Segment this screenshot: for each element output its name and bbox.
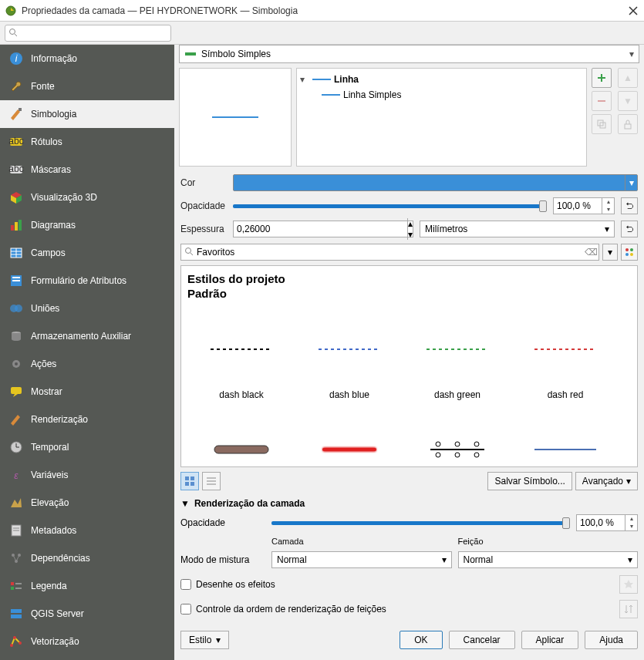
sidebar-item-label: Mostrar <box>31 386 62 397</box>
opacity-label: Opacidade <box>180 200 227 211</box>
sidebar-item-renderizacao[interactable]: Renderização <box>0 406 174 433</box>
close-button[interactable] <box>627 5 639 17</box>
lock-button[interactable] <box>618 114 638 134</box>
legend-icon <box>8 578 25 594</box>
draw-effects-checkbox[interactable] <box>180 579 191 590</box>
svg-rect-12 <box>19 220 22 231</box>
style-item[interactable]: dash black <box>187 309 295 409</box>
clear-search-button[interactable]: ⌫ <box>585 247 595 258</box>
width-unit-dropdown[interactable]: Milímetros ▾ <box>420 221 615 237</box>
apply-button[interactable]: Aplicar <box>521 631 579 649</box>
collapse-icon[interactable]: ▾ <box>300 74 309 85</box>
sidebar-item-dependencias[interactable]: Dependências <box>0 544 174 572</box>
sidebar-item-server[interactable]: QGIS Server <box>0 600 174 628</box>
sidebar-item-mascaras[interactable]: abc Máscaras <box>0 156 174 184</box>
feature-order-checkbox[interactable] <box>180 604 191 615</box>
sidebar-item-simbologia[interactable]: Simbologia <box>0 100 174 128</box>
sidebar-item-temporal[interactable]: Temporal <box>0 433 174 461</box>
slider-thumb[interactable] <box>562 517 570 529</box>
sidebar-item-armazenamento[interactable]: Armazenamento Auxiliar <box>0 322 174 350</box>
list-view-button[interactable] <box>202 472 221 490</box>
style-item[interactable] <box>403 409 511 467</box>
style-item[interactable] <box>511 409 619 467</box>
paint-icon <box>8 411 25 428</box>
style-search-input[interactable] <box>197 247 585 258</box>
spin-up[interactable]: ▴ <box>625 515 637 523</box>
opacity-data-defined-button[interactable]: ⮌ <box>621 197 638 214</box>
style-tag-dropdown[interactable]: ▾ <box>602 244 618 261</box>
sidebar-item-metadados[interactable]: Metadados <box>0 517 174 544</box>
opacity-value-input[interactable] <box>554 200 602 211</box>
style-menu-button[interactable]: Estilo ▾ <box>180 631 229 649</box>
blend-feature-dropdown[interactable]: Normal▾ <box>458 551 639 568</box>
sidebar-item-unioes[interactable]: Uniões <box>0 295 174 322</box>
color-button[interactable]: ▾ <box>233 174 638 191</box>
help-button[interactable]: Ajuda <box>585 631 638 649</box>
style-item[interactable]: dash green <box>403 309 511 409</box>
move-down-button[interactable]: ▼ <box>618 91 638 111</box>
sidebar-item-diagramas[interactable]: Diagramas <box>0 211 174 239</box>
style-item[interactable] <box>295 409 403 467</box>
blend-layer-dropdown[interactable]: Normal▾ <box>271 551 452 568</box>
save-symbol-button[interactable]: Salvar Símbolo... <box>487 472 572 490</box>
color-dropdown-arrow[interactable]: ▾ <box>625 175 637 190</box>
save-symbol-label: Salvar Símbolo... <box>494 476 565 487</box>
layer-rendering-header[interactable]: ▼ Renderização da camada <box>174 493 644 510</box>
sidebar-item-fonte[interactable]: Fonte <box>0 72 174 100</box>
sidebar-item-3d[interactable]: Visualização 3D <box>0 184 174 211</box>
icon-view-button[interactable] <box>180 472 199 490</box>
ok-button[interactable]: OK <box>400 631 442 649</box>
spin-down[interactable]: ▾ <box>602 206 614 214</box>
tree-row-linha[interactable]: ▾ Linha <box>300 72 583 87</box>
symbol-layer-tree[interactable]: ▾ Linha Linha Simples <box>296 68 587 167</box>
advanced-button[interactable]: Avançado▾ <box>575 472 638 490</box>
width-data-defined-button[interactable]: ⮌ <box>621 221 638 237</box>
svg-point-69 <box>455 453 460 457</box>
elevation-icon <box>8 494 25 511</box>
sidebar-item-informacao[interactable]: i Informação <box>0 45 174 72</box>
spin-up[interactable]: ▴ <box>408 218 413 229</box>
sidebar-item-acoes[interactable]: Ações <box>0 350 174 378</box>
collapse-icon: ▼ <box>180 498 190 509</box>
sidebar-item-rotulos[interactable]: abc Rótulos <box>0 128 174 156</box>
slider-thumb[interactable] <box>539 200 547 212</box>
style-manager-button[interactable] <box>621 244 638 261</box>
move-up-button[interactable]: ▲ <box>618 68 638 88</box>
style-item[interactable]: dash red <box>511 309 619 409</box>
feature-order-settings-button[interactable] <box>619 600 638 618</box>
spin-up[interactable]: ▴ <box>602 198 614 206</box>
sidebar-item-formulario[interactable]: Formulário de Atributos <box>0 267 174 295</box>
tree-row-linha-simples[interactable]: Linha Simples <box>300 87 583 103</box>
digitize-icon <box>8 633 25 650</box>
style-search-box[interactable]: ⌫ <box>180 244 599 261</box>
sidebar-item-campos[interactable]: Campos <box>0 239 174 267</box>
sidebar-item-variaveis[interactable]: ε Variáveis <box>0 461 174 489</box>
svg-rect-25 <box>11 387 22 394</box>
duplicate-symbol-layer-button[interactable] <box>592 114 612 134</box>
width-spinbox[interactable]: ▴▾ <box>233 221 413 237</box>
sidebar-item-mostrar[interactable]: Mostrar <box>0 378 174 406</box>
add-symbol-layer-button[interactable] <box>592 68 612 88</box>
width-value-input[interactable] <box>234 224 407 234</box>
svg-text:i: i <box>15 53 18 64</box>
renderer-dropdown[interactable]: Símbolo Simples ▾ <box>179 45 639 63</box>
layer-opacity-slider[interactable] <box>271 521 570 525</box>
spin-down[interactable]: ▾ <box>408 229 413 240</box>
sidebar-search-input[interactable] <box>5 25 171 42</box>
sidebar-item-vetorizacao[interactable]: Vetorização <box>0 628 174 655</box>
layer-opacity-spinbox[interactable]: ▴▾ <box>576 514 638 531</box>
layer-opacity-value-input[interactable] <box>577 517 625 528</box>
sidebar-item-elevacao[interactable]: Elevação <box>0 489 174 517</box>
spin-down[interactable]: ▾ <box>625 523 637 530</box>
svg-rect-39 <box>11 587 14 590</box>
blend-layer-value: Normal <box>277 554 307 565</box>
style-item[interactable] <box>187 409 295 467</box>
opacity-spinbox[interactable]: ▴▾ <box>553 197 615 214</box>
effects-settings-button[interactable] <box>619 575 638 594</box>
sidebar-item-legenda[interactable]: Legenda <box>0 572 174 600</box>
style-item[interactable]: dash blue <box>295 309 403 409</box>
style-preview <box>403 309 511 389</box>
remove-symbol-layer-button[interactable] <box>592 91 612 111</box>
opacity-slider[interactable] <box>233 204 547 208</box>
cancel-button[interactable]: Cancelar <box>449 631 515 649</box>
